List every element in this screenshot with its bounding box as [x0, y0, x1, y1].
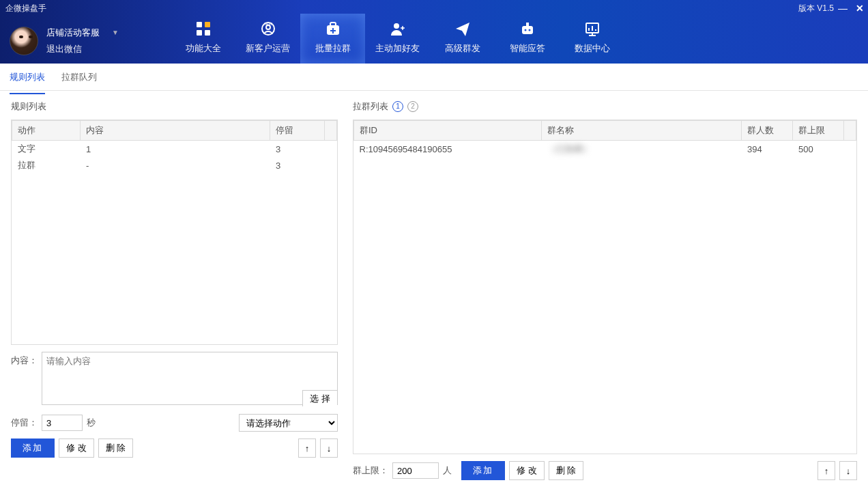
- table-row[interactable]: 文字 1 3: [12, 141, 337, 158]
- groups-panel-title: 拉群列表 1 2: [353, 100, 857, 113]
- table-row[interactable]: 拉群 - 3: [12, 157, 337, 173]
- limit-input[interactable]: [392, 462, 439, 479]
- stay-input[interactable]: [42, 415, 83, 431]
- svg-rect-1: [205, 22, 210, 27]
- move-up-button[interactable]: ↑: [818, 461, 835, 480]
- move-down-button[interactable]: ↓: [320, 439, 338, 458]
- svg-rect-10: [330, 30, 336, 31]
- nav-broadcast[interactable]: 高级群发: [430, 14, 495, 64]
- nav-features[interactable]: 功能大全: [171, 14, 235, 64]
- svg-point-11: [394, 23, 399, 29]
- select-button[interactable]: 选 择: [302, 390, 337, 406]
- col-groupname[interactable]: 群名称: [542, 121, 742, 141]
- content-input[interactable]: [42, 352, 338, 405]
- groups-table[interactable]: 群ID 群名称 群人数 群上限 R:10945695484190655 （已隐藏…: [353, 120, 857, 454]
- stay-unit: 秒: [87, 417, 96, 429]
- col-count[interactable]: 群人数: [742, 121, 793, 141]
- move-up-button[interactable]: ↑: [298, 439, 316, 458]
- headset-icon: NEW: [259, 20, 277, 37]
- svg-rect-8: [330, 23, 336, 26]
- step-2-icon: 2: [407, 101, 418, 112]
- step-1-icon: 1: [392, 101, 403, 112]
- nav-autoreply[interactable]: 智能应答: [495, 14, 560, 64]
- svg-rect-2: [197, 30, 202, 36]
- svg-point-18: [528, 29, 530, 31]
- nav-pullgroup[interactable]: 批量拉群: [300, 14, 365, 64]
- nav-label: 智能应答: [510, 42, 545, 55]
- table-row[interactable]: R:10945695484190655 （已隐藏） 394 500: [354, 141, 856, 158]
- col-groupid[interactable]: 群ID: [354, 121, 542, 141]
- minimize-button[interactable]: —: [838, 4, 846, 12]
- action-select[interactable]: 请选择动作: [239, 414, 338, 432]
- col-limit[interactable]: 群上限: [793, 121, 844, 141]
- avatar[interactable]: [10, 27, 38, 55]
- app-title: 企微操盘手: [5, 3, 46, 14]
- delete-button[interactable]: 删 除: [98, 439, 134, 458]
- send-icon: [454, 20, 472, 37]
- user-name: 店铺活动客服: [46, 27, 100, 39]
- content: 规则列表 动作 内容 停留 文字 1 3 拉群: [0, 91, 868, 487]
- svg-text:NEW: NEW: [264, 22, 272, 26]
- add-button[interactable]: 添加: [11, 439, 55, 458]
- nav-label: 数据中心: [575, 42, 610, 55]
- main-nav: 功能大全 NEW 新客户运营 批量拉群 主动加好友 高级群发: [171, 0, 624, 64]
- svg-rect-3: [205, 30, 210, 36]
- nav-label: 功能大全: [186, 42, 221, 55]
- rules-table[interactable]: 动作 内容 停留 文字 1 3 拉群 - 3: [11, 120, 338, 345]
- col-scroll: [844, 121, 856, 141]
- robot-icon: [519, 20, 536, 37]
- svg-rect-15: [522, 26, 533, 34]
- content-label: 内容：: [11, 354, 38, 367]
- window-controls: — ✕: [838, 4, 864, 12]
- chart-icon: [583, 20, 601, 37]
- col-scroll: [325, 121, 337, 141]
- logout-link[interactable]: 退出微信: [46, 43, 119, 55]
- col-action[interactable]: 动作: [12, 121, 81, 141]
- user-plus-icon: [389, 20, 407, 37]
- edit-button[interactable]: 修 改: [509, 461, 545, 480]
- svg-point-17: [524, 29, 526, 31]
- tab-rules[interactable]: 规则列表: [10, 67, 45, 87]
- tab-queue[interactable]: 拉群队列: [61, 67, 97, 87]
- svg-rect-14: [401, 27, 405, 28]
- medkit-icon: [324, 20, 342, 37]
- right-panel: 拉群列表 1 2 群ID 群名称 群人数 群上限 R:1094569548419…: [345, 91, 868, 487]
- grid-icon: [194, 20, 212, 37]
- nav-newcustomer[interactable]: NEW 新客户运营: [235, 14, 300, 64]
- rules-panel-title: 规则列表: [11, 100, 338, 113]
- limit-label: 群上限：: [353, 464, 388, 477]
- left-panel: 规则列表 动作 内容 停留 文字 1 3 拉群: [0, 91, 345, 487]
- nav-label: 高级群发: [445, 42, 480, 55]
- nav-label: 批量拉群: [315, 42, 351, 55]
- add-button[interactable]: 添加: [461, 461, 505, 480]
- svg-rect-16: [526, 23, 529, 26]
- close-button[interactable]: ✕: [856, 4, 864, 12]
- nav-addfriend[interactable]: 主动加好友: [365, 14, 430, 64]
- version-label: 版本 V1.5: [798, 3, 834, 14]
- nav-datacenter[interactable]: 数据中心: [560, 14, 624, 64]
- rules-form: 内容： 选 择 停留： 秒 请选择动作 添加 修 改 删 除: [11, 345, 338, 458]
- delete-button[interactable]: 删 除: [549, 461, 584, 480]
- edit-button[interactable]: 修 改: [59, 439, 94, 458]
- nav-label: 主动加好友: [375, 42, 420, 55]
- stay-label: 停留：: [11, 417, 38, 429]
- limit-unit: 人: [443, 464, 452, 477]
- user-dropdown-icon[interactable]: ▼: [112, 29, 119, 36]
- col-stay[interactable]: 停留: [270, 121, 325, 141]
- header: 企微操盘手 版本 V1.5 — ✕ 店铺活动客服 ▼ 退出微信 功能大全 NEW…: [0, 0, 868, 64]
- nav-label: 新客户运营: [246, 42, 290, 55]
- sub-tabs: 规则列表 拉群队列: [0, 64, 868, 91]
- col-content[interactable]: 内容: [81, 121, 270, 141]
- svg-rect-0: [197, 22, 202, 27]
- move-down-button[interactable]: ↓: [839, 461, 857, 480]
